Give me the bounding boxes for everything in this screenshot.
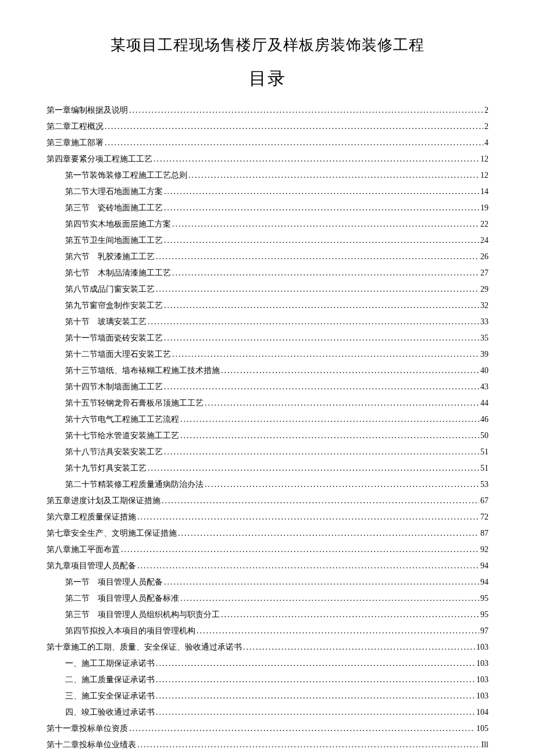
toc-dot-leader bbox=[164, 574, 479, 590]
toc-entry-label: 第四节实木地板面层施工方案 bbox=[65, 216, 171, 232]
toc-dot-leader bbox=[164, 379, 479, 395]
toc-entry-label: 第一节装饰装修工程施工工艺总则 bbox=[65, 167, 187, 184]
toc-entry-page: 27 bbox=[480, 265, 488, 281]
toc-entry-page: 35 bbox=[480, 330, 488, 346]
toc-dot-leader bbox=[105, 119, 483, 135]
toc-dot-leader bbox=[197, 623, 479, 639]
toc-entry-label: 第五节卫生间地面施工工艺 bbox=[65, 232, 163, 249]
toc-entry-label: 第六节 乳胶漆施工工艺 bbox=[65, 249, 155, 265]
toc-dot-leader bbox=[154, 151, 479, 167]
toc-dot-leader bbox=[156, 688, 475, 704]
toc-entry[interactable]: 第二节 项目管理人员配备标准95 bbox=[47, 590, 488, 607]
toc-entry[interactable]: 第十章施工的工期、质量、安全保证、验收通过承诺书103 bbox=[47, 639, 488, 655]
toc-dot-leader bbox=[105, 135, 483, 151]
toc-entry[interactable]: 第十八节洁具安装安装工艺51 bbox=[47, 444, 488, 460]
toc-entry-page: 103 bbox=[476, 672, 488, 688]
toc-entry[interactable]: 第二十节精装修工程质量通病防治办法53 bbox=[47, 476, 488, 493]
toc-entry-page: 26 bbox=[480, 249, 488, 265]
toc-entry[interactable]: 四、竣工验收通过承诺书104 bbox=[47, 704, 488, 721]
toc-dot-leader bbox=[137, 509, 479, 525]
toc-dot-leader bbox=[148, 314, 479, 330]
toc-entry-page: 103 bbox=[476, 655, 488, 672]
toc-list: 第一章编制根据及说明2第二章工程概况2第三章施工部署4第四章要紧分项工程施工工艺… bbox=[47, 102, 488, 753]
toc-entry[interactable]: 第二章工程概况2 bbox=[47, 119, 488, 135]
toc-dot-leader bbox=[156, 249, 479, 265]
toc-entry[interactable]: 第三章施工部署4 bbox=[47, 135, 488, 151]
document-title: 某项目工程现场售楼厅及样板房装饰装修工程 bbox=[47, 35, 488, 55]
toc-dot-leader bbox=[180, 428, 479, 444]
toc-entry-page: 40 bbox=[480, 363, 488, 379]
toc-heading: 目录 bbox=[47, 67, 488, 91]
toc-entry-label: 第一节 项目管理人员配备 bbox=[65, 574, 163, 590]
toc-entry-label: 第十七节给水管道安装施工工艺 bbox=[65, 428, 179, 444]
toc-entry-page: 19 bbox=[480, 200, 488, 216]
toc-entry[interactable]: 第十四节木制墙面施工工艺43 bbox=[47, 379, 488, 395]
toc-dot-leader bbox=[156, 655, 475, 672]
toc-entry[interactable]: 第十三节墙纸、墙布裱糊工程施工技术措施40 bbox=[47, 363, 488, 379]
toc-entry-page: 95 bbox=[480, 590, 488, 607]
toc-dot-leader bbox=[172, 216, 479, 232]
toc-entry-label: 第十节 玻璃安装工艺 bbox=[65, 314, 147, 330]
toc-entry-label: 第十五节轻钢龙骨石膏板吊顶施工工艺 bbox=[65, 395, 204, 411]
toc-entry[interactable]: 第十六节电气工程施工工艺流程46 bbox=[47, 411, 488, 428]
toc-entry-page: 32 bbox=[480, 298, 488, 314]
toc-entry[interactable]: 第五节卫生间地面施工工艺24 bbox=[47, 232, 488, 249]
toc-entry[interactable]: 第二节大理石地面施工方案14 bbox=[47, 184, 488, 200]
toc-dot-leader bbox=[243, 639, 475, 655]
toc-entry-page: 51 bbox=[480, 444, 488, 460]
toc-entry[interactable]: 第六节 乳胶漆施工工艺26 bbox=[47, 249, 488, 265]
toc-dot-leader bbox=[156, 281, 479, 298]
toc-entry[interactable]: 第一节 项目管理人员配备94 bbox=[47, 574, 488, 590]
toc-entry-label: 第十三节墙纸、墙布裱糊工程施工技术措施 bbox=[65, 363, 220, 379]
toc-entry[interactable]: 第一节装饰装修工程施工工艺总则12 bbox=[47, 167, 488, 184]
toc-dot-leader bbox=[164, 232, 479, 249]
toc-dot-leader bbox=[188, 167, 479, 184]
toc-dot-leader bbox=[205, 476, 479, 493]
toc-entry[interactable]: 第一章编制根据及说明2 bbox=[47, 102, 488, 119]
toc-entry-label: 第四章要紧分项工程施工工艺 bbox=[47, 151, 152, 167]
toc-entry-page: Ill bbox=[482, 737, 488, 753]
toc-entry[interactable]: 第十一章投标单位资质105 bbox=[47, 721, 488, 737]
toc-entry[interactable]: 第四节拟投入本项目的项目管理机构97 bbox=[47, 623, 488, 639]
toc-dot-leader bbox=[221, 607, 479, 623]
toc-entry-label: 第二章工程概况 bbox=[47, 119, 104, 135]
toc-entry-page: 39 bbox=[480, 346, 488, 363]
toc-dot-leader bbox=[172, 265, 479, 281]
toc-entry[interactable]: 三、施工安全保证承诺书103 bbox=[47, 688, 488, 704]
toc-entry-page: 46 bbox=[480, 411, 488, 428]
toc-entry[interactable]: 第四章要紧分项工程施工工艺12 bbox=[47, 151, 488, 167]
toc-entry-label: 第三节 瓷砖地面施工工艺 bbox=[65, 200, 163, 216]
toc-entry[interactable]: 第十节 玻璃安装工艺33 bbox=[47, 314, 488, 330]
toc-entry[interactable]: 第十一节墙面瓷砖安装工艺35 bbox=[47, 330, 488, 346]
toc-entry[interactable]: 第九节窗帘盒制作安装工艺32 bbox=[47, 298, 488, 314]
toc-entry-page: 94 bbox=[480, 574, 488, 590]
toc-entry[interactable]: 第十七节给水管道安装施工工艺50 bbox=[47, 428, 488, 444]
toc-entry-page: 12 bbox=[480, 167, 488, 184]
toc-entry[interactable]: 第十二章投标单位业绩表Ill bbox=[47, 737, 488, 753]
toc-entry[interactable]: 第六章工程质量保证措施72 bbox=[47, 509, 488, 525]
toc-dot-leader bbox=[180, 590, 479, 607]
toc-entry-page: 4 bbox=[484, 135, 488, 151]
toc-entry[interactable]: 第五章进度计划及工期保证措施67 bbox=[47, 493, 488, 509]
toc-entry[interactable]: 第三节 项目管理人员组织机构与职责分工95 bbox=[47, 607, 488, 623]
toc-entry[interactable]: 第四节实木地板面层施工方案22 bbox=[47, 216, 488, 232]
toc-entry[interactable]: 二、施工质量保证承诺书103 bbox=[47, 672, 488, 688]
toc-entry-label: 第十四节木制墙面施工工艺 bbox=[65, 379, 163, 395]
toc-entry[interactable]: 第三节 瓷砖地面施工工艺19 bbox=[47, 200, 488, 216]
toc-entry[interactable]: 第七章安全生产、文明施工保证措施87 bbox=[47, 525, 488, 542]
toc-entry[interactable]: 第八章施工平面布置92 bbox=[47, 542, 488, 558]
toc-entry[interactable]: 第九章项目管理人员配备94 bbox=[47, 558, 488, 574]
toc-entry-page: 53 bbox=[480, 476, 488, 493]
toc-entry-label: 第四节拟投入本项目的项目管理机构 bbox=[65, 623, 195, 639]
toc-entry[interactable]: 第七节 木制品清漆施工工艺27 bbox=[47, 265, 488, 281]
toc-entry[interactable]: 第十五节轻钢龙骨石膏板吊顶施工工艺44 bbox=[47, 395, 488, 411]
toc-entry-label: 第一章编制根据及说明 bbox=[47, 102, 128, 119]
toc-entry[interactable]: 第十九节灯具安装工艺51 bbox=[47, 460, 488, 476]
toc-dot-leader bbox=[156, 704, 475, 721]
toc-entry-page: 43 bbox=[480, 379, 488, 395]
toc-entry[interactable]: 第十二节墙面大理石安装工艺39 bbox=[47, 346, 488, 363]
toc-entry[interactable]: 一、施工工期保证承诺书103 bbox=[47, 655, 488, 672]
toc-dot-leader bbox=[137, 558, 479, 574]
toc-entry[interactable]: 第八节成品门窗安装工艺29 bbox=[47, 281, 488, 298]
toc-entry-page: 105 bbox=[476, 721, 488, 737]
